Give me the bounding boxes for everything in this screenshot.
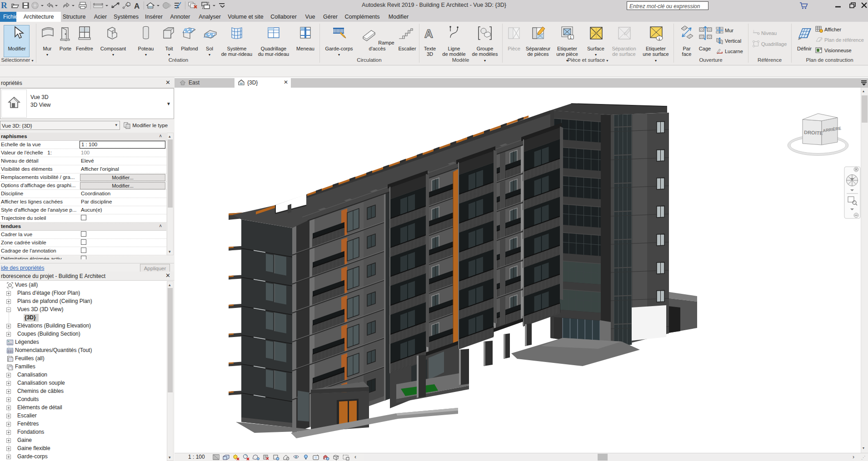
- svg-text:A: A: [424, 27, 433, 40]
- svg-text:1: 1: [753, 30, 754, 32]
- svg-text:R: R: [1, 0, 7, 10]
- svg-text:1: 1: [127, 3, 129, 6]
- svg-text:A: A: [134, 2, 140, 10]
- svg-text:DROITE: DROITE: [804, 129, 823, 136]
- svg-text:1: 1: [658, 37, 661, 41]
- svg-text:1: 1: [570, 35, 572, 40]
